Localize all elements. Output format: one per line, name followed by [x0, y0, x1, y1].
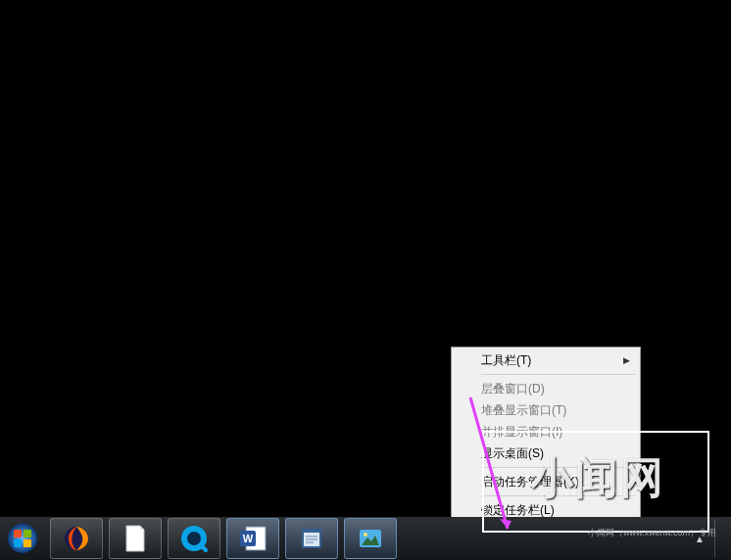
taskbar-item-notepad[interactable]: [285, 518, 338, 559]
menu-lock-taskbar-label: 锁定任务栏(L): [481, 503, 555, 517]
menu-cascade-windows: 层叠窗口(D): [454, 378, 638, 399]
document-icon: [122, 524, 148, 553]
system-tray[interactable]: ▲: [695, 517, 725, 560]
menu-separator: [481, 374, 636, 375]
menu-separator: [481, 467, 636, 468]
menu-toolbars[interactable]: 工具栏(T): [454, 350, 638, 371]
svg-text:W: W: [243, 533, 254, 544]
taskbar[interactable]: W: [0, 517, 731, 560]
menu-show-desktop[interactable]: 显示桌面(S): [454, 443, 638, 464]
taskbar-item-image-viewer[interactable]: [344, 518, 397, 559]
svg-point-0: [8, 524, 37, 553]
picture-icon: [357, 525, 384, 552]
menu-side-by-side: 并排显示窗口(I): [454, 421, 638, 443]
menu-toolbars-label: 工具栏(T): [481, 353, 531, 367]
show-desktop-button[interactable]: [714, 519, 725, 558]
firefox-icon: [63, 525, 90, 552]
qq-browser-icon: [179, 524, 209, 553]
menu-stack-windows: 堆叠显示窗口(T): [454, 399, 638, 421]
svg-rect-4: [24, 539, 31, 547]
menu-separator: [481, 495, 636, 496]
taskbar-context-menu: 工具栏(T) 层叠窗口(D) 堆叠显示窗口(T) 并排显示窗口(I) 显示桌面(…: [451, 347, 641, 545]
svg-point-7: [187, 532, 201, 545]
menu-task-manager-label: 启动任务管理器(K): [481, 475, 579, 489]
taskbar-item-word[interactable]: W: [226, 518, 279, 559]
start-button[interactable]: [4, 520, 41, 557]
svg-rect-1: [14, 530, 22, 537]
svg-point-18: [364, 533, 367, 537]
menu-sidebyside-label: 并排显示窗口(I): [481, 425, 562, 439]
taskbar-item-firefox[interactable]: [50, 518, 103, 559]
taskbar-item-qq-browser[interactable]: [168, 518, 220, 559]
svg-rect-2: [24, 530, 31, 537]
svg-rect-3: [14, 539, 22, 547]
windows-logo-icon: [7, 523, 38, 554]
menu-show-desktop-label: 显示桌面(S): [481, 446, 544, 460]
tray-arrow-icon[interactable]: ▲: [695, 534, 705, 544]
notepad-icon: [298, 525, 325, 552]
menu-stack-label: 堆叠显示窗口(T): [481, 403, 566, 417]
menu-task-manager[interactable]: 启动任务管理器(K): [454, 471, 638, 492]
word-icon: W: [238, 525, 268, 552]
taskbar-item-explorer[interactable]: [109, 518, 162, 559]
menu-cascade-label: 层叠窗口(D): [481, 382, 545, 396]
